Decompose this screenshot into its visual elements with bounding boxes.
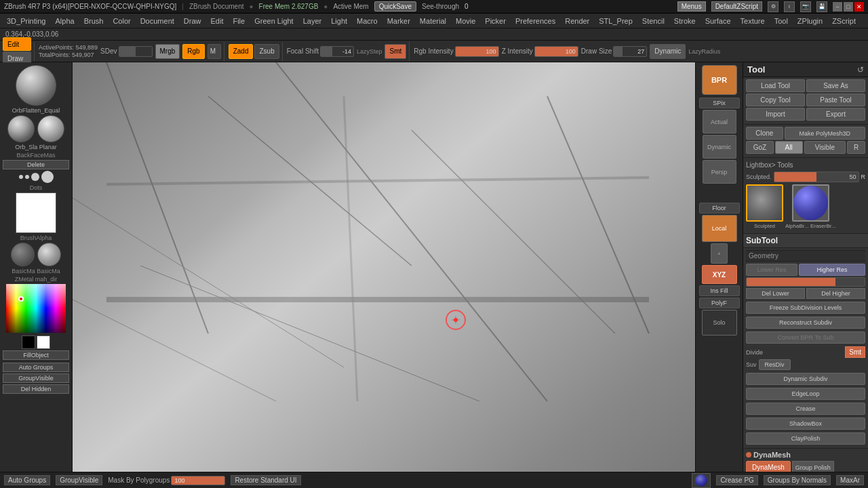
r-button[interactable]: R <box>847 141 865 154</box>
lower-res-button[interactable]: Lower Res <box>746 264 797 276</box>
menu-file[interactable]: File <box>229 16 249 26</box>
copy-tool-button[interactable]: Copy Tool <box>746 94 805 106</box>
menu-macro[interactable]: Macro <box>353 16 382 26</box>
auto-groups-button[interactable]: Auto Groups <box>3 363 69 372</box>
export-button[interactable]: Export <box>806 108 865 121</box>
dynamic-button[interactable]: Dynamic <box>650 44 686 59</box>
sculpt-thumb-1[interactable] <box>746 184 783 222</box>
mat-sphere-2[interactable] <box>37 243 61 266</box>
save-as-button[interactable]: Save As <box>806 79 865 92</box>
clay-polish-button[interactable]: ClayPolish <box>746 432 865 445</box>
swatch-black[interactable] <box>22 336 35 349</box>
shadow-box-button[interactable]: ShadowBox <box>746 418 865 430</box>
swatch-white[interactable] <box>37 336 50 349</box>
menu-alpha[interactable]: Alpha <box>51 16 78 26</box>
smt-button[interactable]: Smt <box>384 44 406 59</box>
brush-alpha[interactable] <box>16 192 56 233</box>
menu-stroke[interactable]: Stroke <box>670 16 700 26</box>
all-button[interactable]: All <box>775 141 803 154</box>
menu-texture[interactable]: Texture <box>736 16 769 26</box>
delete-button[interactable]: Delete <box>3 160 69 169</box>
sdiv-slider[interactable] <box>119 46 153 57</box>
mrgb-button[interactable]: Mrgb <box>155 44 180 59</box>
secondary-brush-2[interactable] <box>37 115 64 142</box>
canvas-area[interactable] <box>73 62 695 472</box>
del-hidden-button[interactable]: Del Hidden <box>3 384 69 394</box>
menu-light[interactable]: Light <box>327 16 351 26</box>
info-icon[interactable]: i <box>784 1 795 12</box>
brush-preview-1[interactable] <box>16 65 56 106</box>
geometry-label[interactable]: Geometry <box>746 250 865 262</box>
dot-xl[interactable] <box>41 171 54 183</box>
make-polymesh-button[interactable]: Make PolyMesh3D <box>785 127 865 140</box>
minimize-button[interactable]: − <box>833 2 842 12</box>
edit-button[interactable]: Edit <box>3 37 31 51</box>
rgb-button[interactable]: Rgb <box>182 44 204 59</box>
rgb-intensity-slider[interactable]: 100 <box>455 46 499 57</box>
clone-button[interactable]: Clone <box>746 127 783 140</box>
camera-icon[interactable]: 📷 <box>800 1 811 12</box>
load-tool-button[interactable]: Load Tool <box>746 79 805 92</box>
goz-button[interactable]: GoZ <box>746 141 774 154</box>
dynamesh-button[interactable]: DynaMesh <box>746 461 791 472</box>
maxar-button[interactable]: MaxAr <box>836 475 864 485</box>
bpr-icon[interactable]: BPR <box>702 65 737 95</box>
menu-3d-printing[interactable]: 3D_Printing <box>3 16 50 26</box>
default-zscript-button[interactable]: DefaultZScript <box>711 1 762 12</box>
zadd-button[interactable]: Zadd <box>229 44 254 59</box>
menu-layer[interactable]: Layer <box>299 16 326 26</box>
mask-bar[interactable]: 100 <box>171 476 225 485</box>
menu-stencil[interactable]: Stencil <box>638 16 669 26</box>
groups-by-normals-button[interactable]: Groups By Normals <box>764 475 831 485</box>
menu-color[interactable]: Color <box>108 16 134 26</box>
paste-tool-button[interactable]: Paste Tool <box>806 94 865 106</box>
menu-brush[interactable]: Brush <box>80 16 108 26</box>
group-visible-status-button[interactable]: GroupVisible <box>56 475 102 485</box>
settings-icon[interactable]: ⚙ <box>768 1 778 12</box>
zsub-button[interactable]: Zsub <box>254 44 279 59</box>
menu-edit[interactable]: Edit <box>206 16 227 26</box>
del-higher-button[interactable]: Del Higher <box>806 288 865 299</box>
freeze-subdiv-button[interactable]: Freeze SubDivision Levels <box>746 302 865 314</box>
import-button[interactable]: Import <box>746 108 805 121</box>
menus-button[interactable]: Menus <box>677 1 706 12</box>
mat-sphere-1[interactable] <box>11 243 35 266</box>
color-picker[interactable] <box>6 284 66 333</box>
lsym-icon[interactable]: + <box>711 243 728 264</box>
group-visible-button[interactable]: GroupVisible <box>3 373 69 383</box>
visible-button[interactable]: Visible <box>804 141 846 154</box>
sculpt-thumb-2[interactable] <box>792 184 829 222</box>
restore-ui-button[interactable]: Restore Standard UI <box>231 475 300 485</box>
dot-lg[interactable] <box>31 173 39 181</box>
del-lower-button[interactable]: Del Lower <box>746 288 805 299</box>
polyf-button[interactable]: PolyF <box>699 298 740 308</box>
crease-pg-button[interactable]: Crease PG <box>716 475 757 485</box>
auto-groups-status-button[interactable]: Auto Groups <box>4 475 50 485</box>
group-polish-button[interactable]: Group Polish <box>792 461 834 472</box>
local-button[interactable]: Local <box>702 215 737 242</box>
quicksave-button[interactable]: QuickSave <box>374 1 416 12</box>
menu-picker[interactable]: Picker <box>481 16 510 26</box>
reconstruct-subdiv-button[interactable]: Reconstruct Subdiv <box>746 317 865 329</box>
menu-document[interactable]: Document <box>136 16 178 26</box>
menu-stl-prep[interactable]: STL_Prep <box>595 16 637 26</box>
ins-fill-button[interactable]: Ins Fill <box>699 285 740 296</box>
convert-bpr-button[interactable]: Convert BPR To Sub <box>746 331 865 344</box>
dynamic-subdiv-button[interactable]: Dynamic Subdiv <box>746 373 865 385</box>
edge-loop-button[interactable]: EdgeLoop <box>746 388 865 400</box>
menu-tool[interactable]: Tool <box>770 16 792 26</box>
refresh-icon[interactable]: ↺ <box>857 65 864 75</box>
dot-sm[interactable] <box>19 175 23 179</box>
menu-movie[interactable]: Movie <box>452 16 479 26</box>
menu-zplugin[interactable]: ZPlugin <box>793 16 827 26</box>
draw-size-slider[interactable]: 27 <box>613 46 647 57</box>
floor-button[interactable]: Floor <box>699 203 740 214</box>
m-button[interactable]: M <box>208 44 221 59</box>
save-icon[interactable]: 💾 <box>816 1 827 12</box>
sculpted-slider[interactable]: 50 <box>774 171 859 182</box>
z-intensity-slider[interactable]: 100 <box>534 46 578 57</box>
actual-button[interactable]: Actual <box>703 110 736 134</box>
menu-zscript[interactable]: ZScript <box>828 16 860 26</box>
smt-slider[interactable] <box>746 277 865 287</box>
dot-md[interactable] <box>25 175 29 179</box>
